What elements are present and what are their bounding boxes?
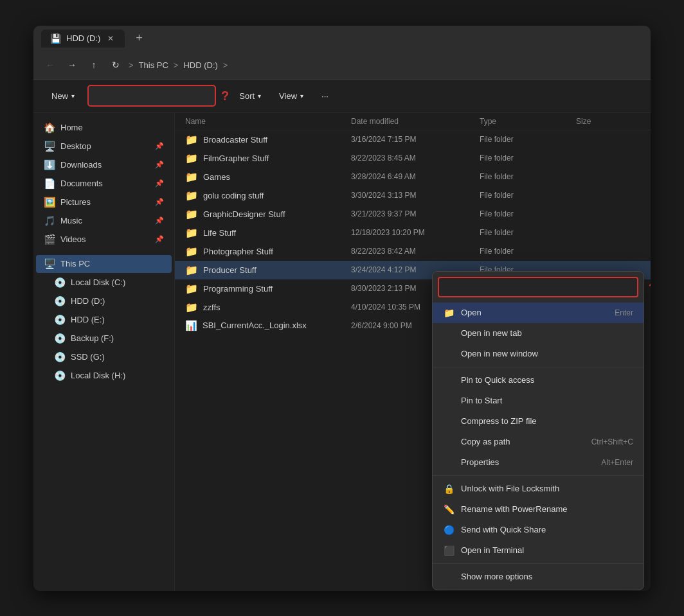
copy-path-icon: [443, 436, 455, 448]
sidebar-item-music[interactable]: 🎵 Music 📌: [36, 212, 172, 230]
col-size[interactable]: Size: [576, 117, 640, 126]
sidebar-item-documents[interactable]: 📄 Documents 📌: [36, 175, 172, 193]
context-pin-quick-label: Pin to Quick access: [461, 375, 534, 385]
breadcrumb-this-pc[interactable]: This PC: [136, 59, 171, 71]
sidebar-item-local-h[interactable]: 💿 Local Disk (H:): [36, 367, 172, 385]
view-button[interactable]: View ▾: [271, 87, 311, 105]
col-date[interactable]: Date modified: [351, 117, 480, 126]
drive-d-icon: 💿: [54, 295, 66, 307]
breadcrumb: > This PC > HDD (D:) >: [129, 59, 228, 71]
music-icon: 🎵: [44, 215, 55, 227]
breadcrumb-sep2: >: [223, 60, 228, 70]
context-menu-item-more[interactable]: Show more options: [433, 567, 644, 587]
properties-shortcut: Alt+Enter: [601, 458, 633, 467]
new-tab-button[interactable]: +: [130, 30, 148, 48]
search-box[interactable]: [87, 85, 216, 107]
properties-icon: [443, 457, 455, 468]
back-button[interactable]: ←: [41, 56, 59, 74]
sidebar-item-hdd-d[interactable]: 💿 HDD (D:): [36, 292, 172, 310]
sidebar-item-downloads[interactable]: ⬇️ Downloads 📌: [36, 156, 172, 174]
context-copy-path-label: Copy as path: [461, 437, 510, 446]
tab-drive-icon: 💾: [50, 33, 61, 44]
file-explorer-window: 💾 HDD (D:) ✕ + ← → ↑ ↻ > This PC > HDD (…: [33, 26, 651, 591]
up-button[interactable]: ↑: [85, 56, 103, 74]
window-tab[interactable]: 💾 HDD (D:) ✕: [41, 30, 125, 48]
refresh-button[interactable]: ↻: [107, 56, 125, 74]
context-menu-item-open[interactable]: 📁 Open Enter: [433, 303, 644, 323]
drive-f-icon: 💿: [54, 333, 66, 344]
context-open-window-label: Open in new window: [461, 349, 538, 358]
context-menu-item-terminal[interactable]: ⬛ Open in Terminal: [433, 540, 644, 561]
sidebar-item-ssd-g[interactable]: 💿 SSD (G:): [36, 348, 172, 366]
sidebar-item-local-c[interactable]: 💿 Local Disk (C:): [36, 274, 172, 292]
context-menu-item-pin-quick[interactable]: Pin to Quick access: [433, 370, 644, 391]
context-menu-item-open-window[interactable]: Open in new window: [433, 344, 644, 364]
breadcrumb-sep1: >: [174, 60, 179, 70]
sidebar-item-videos[interactable]: 🎬 Videos 📌: [36, 231, 172, 249]
context-menu-item-pin-start[interactable]: Pin to Start: [433, 391, 644, 411]
sidebar-item-home[interactable]: 🏠 Home: [36, 119, 172, 137]
col-type[interactable]: Type: [480, 117, 576, 126]
pin-quick-icon: [443, 374, 455, 386]
table-row[interactable]: 📁golu coding stuff 3/30/2024 3:13 PM Fil…: [175, 186, 651, 205]
context-menu-item-copy-path[interactable]: Copy as path Ctrl+Shift+C: [433, 432, 644, 452]
sidebar-hdd-e-label: HDD (E:): [71, 315, 105, 324]
sidebar-item-pictures[interactable]: 🖼️ Pictures 📌: [36, 193, 172, 211]
tab-close-button[interactable]: ✕: [105, 33, 116, 44]
unlock-icon: 🔒: [443, 483, 455, 495]
documents-pin-icon: 📌: [155, 179, 164, 188]
sidebar-videos-label: Videos: [60, 234, 86, 244]
sidebar-item-backup-f[interactable]: 💿 Backup (F:): [36, 330, 172, 348]
sort-button[interactable]: Sort ▾: [231, 87, 269, 105]
context-menu-item-send[interactable]: 🔵 Send with Quick Share: [433, 520, 644, 540]
folder-icon: 📁: [185, 301, 198, 313]
folder-icon: 📁: [185, 283, 198, 295]
sidebar: 🏠 Home 🖥️ Desktop 📌 ⬇️ Downloads 📌 📄 Doc…: [33, 113, 175, 591]
table-row[interactable]: 📁GraphicDesigner Stuff 3/21/2023 9:37 PM…: [175, 205, 651, 224]
context-menu-item-properties[interactable]: Properties Alt+Enter: [433, 452, 644, 473]
folder-icon: 📁: [185, 264, 198, 276]
table-row[interactable]: 📁Photographer Stuff 8/22/2023 8:42 AM Fi…: [175, 242, 651, 261]
pictures-icon: 🖼️: [44, 197, 55, 208]
context-send-label: Send with Quick Share: [461, 525, 546, 534]
forward-button[interactable]: →: [63, 56, 81, 74]
terminal-icon: ⬛: [443, 545, 455, 556]
breadcrumb-hdd[interactable]: HDD (D:): [181, 59, 220, 71]
documents-icon: 📄: [44, 178, 55, 189]
open-tab-icon: [443, 328, 455, 339]
address-bar: ← → ↑ ↻ > This PC > HDD (D:) >: [33, 51, 651, 80]
context-pin-start-label: Pin to Start: [461, 396, 502, 405]
sidebar-local-h-label: Local Disk (H:): [71, 371, 125, 380]
sidebar-hdd-d-label: HDD (D:): [71, 296, 105, 306]
sidebar-item-desktop[interactable]: 🖥️ Desktop 📌: [36, 137, 172, 155]
more-label: ···: [321, 91, 328, 101]
context-properties-label: Properties: [461, 457, 499, 467]
sidebar-item-hdd-e[interactable]: 💿 HDD (E:): [36, 311, 172, 329]
context-open-tab-label: Open in new tab: [461, 328, 522, 338]
folder-icon: 📁: [185, 134, 198, 146]
rename-icon: ✏️: [443, 504, 455, 515]
new-label: New: [51, 91, 68, 101]
col-name[interactable]: Name: [185, 117, 351, 126]
context-menu-item-open-tab[interactable]: Open in new tab: [433, 323, 644, 344]
file-list-header: Name Date modified Type Size: [175, 113, 651, 130]
drive-c-icon: 💿: [54, 277, 66, 288]
context-menu: ? 📁 Open Enter Open in new tab Open in n…: [432, 271, 644, 590]
context-menu-item-unlock[interactable]: 🔒 Unlock with File Locksmith: [433, 479, 644, 499]
table-row[interactable]: 📁FilmGrapher Stuff 8/22/2023 8:45 AM Fil…: [175, 149, 651, 168]
context-menu-item-rename[interactable]: ✏️ Rename with PowerRename: [433, 499, 644, 520]
sidebar-item-this-pc[interactable]: 🖥️ This PC: [36, 255, 172, 273]
context-rename-label: Rename with PowerRename: [461, 504, 567, 514]
table-row[interactable]: 📁Broadcaster Stuff 3/16/2024 7:15 PM Fil…: [175, 130, 651, 149]
context-menu-item-compress[interactable]: Compress to ZIP file: [433, 411, 644, 432]
sort-label: Sort: [239, 91, 255, 101]
more-button[interactable]: ···: [314, 87, 336, 105]
sidebar-desktop-label: Desktop: [60, 141, 91, 151]
table-row[interactable]: 📁Life Stuff 12/18/2023 10:20 PM File fol…: [175, 224, 651, 242]
folder-icon: 📁: [185, 208, 198, 220]
new-button[interactable]: New ▾: [44, 87, 82, 105]
title-bar: 💾 HDD (D:) ✕ +: [33, 26, 651, 51]
open-shortcut: Enter: [615, 308, 633, 317]
this-pc-icon: 🖥️: [44, 258, 55, 270]
table-row[interactable]: 📁Games 3/28/2024 6:49 AM File folder: [175, 168, 651, 186]
